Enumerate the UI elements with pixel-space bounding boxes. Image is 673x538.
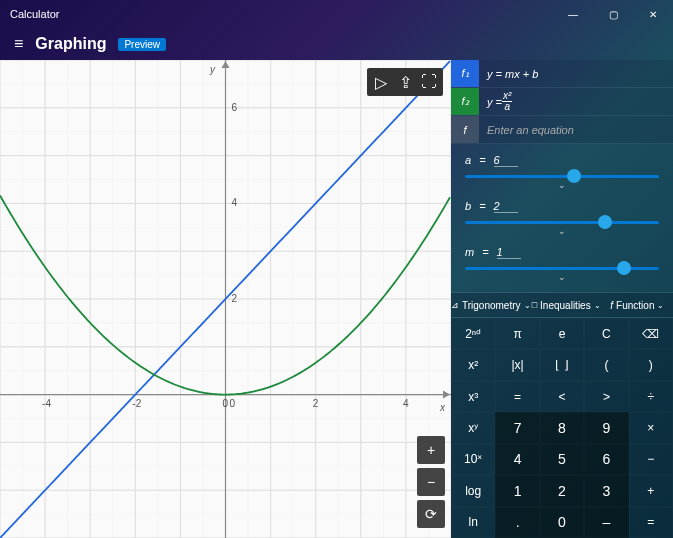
- slider-value[interactable]: 1: [497, 246, 521, 259]
- y-axis-label: y: [210, 64, 215, 75]
- equation-row[interactable]: f₁y = mx + b: [451, 60, 673, 88]
- key-8[interactable]: 8: [540, 412, 584, 443]
- key-6[interactable]: 6: [584, 444, 628, 475]
- side-panel: f₁y = mx + bf₂y = x²afEnter an equation …: [451, 60, 673, 538]
- slider-value[interactable]: 6: [494, 154, 518, 167]
- slider-label: m=1: [465, 246, 659, 259]
- preview-badge: Preview: [118, 38, 166, 51]
- key-.[interactable]: .: [495, 507, 539, 538]
- settings-tool-icon[interactable]: ⛶: [417, 72, 441, 92]
- key-⌊ ⌋[interactable]: ⌊ ⌋: [540, 349, 584, 380]
- slider-b: b=2⌄: [465, 200, 659, 236]
- slider-track[interactable]: [465, 175, 659, 178]
- equation-row[interactable]: fEnter an equation: [451, 116, 673, 144]
- slider-value[interactable]: 2: [494, 200, 518, 213]
- slider-handle[interactable]: [598, 215, 612, 229]
- slider-track[interactable]: [465, 267, 659, 270]
- svg-marker-67: [222, 61, 230, 68]
- key-9[interactable]: 9: [584, 412, 628, 443]
- slider-handle[interactable]: [567, 169, 581, 183]
- key-–[interactable]: –: [584, 507, 628, 538]
- title-bar: Calculator — ▢ ✕: [0, 0, 673, 28]
- close-button[interactable]: ✕: [633, 0, 673, 28]
- slider-handle[interactable]: [617, 261, 631, 275]
- key-e[interactable]: e: [540, 318, 584, 349]
- key-=[interactable]: =: [629, 507, 673, 538]
- graph-tools: ▷ ⇪ ⛶: [367, 68, 443, 96]
- slider-m: m=1⌄: [465, 246, 659, 282]
- x-axis-label: x: [440, 402, 445, 413]
- key-5[interactable]: 5: [540, 444, 584, 475]
- function-toolbar: ⊿Trigonometry⌄ □Inequalities⌄ fFunction⌄: [451, 292, 673, 318]
- key-([interactable]: (: [584, 349, 628, 380]
- key-2[interactable]: 2: [540, 475, 584, 506]
- mode-title: Graphing: [35, 35, 106, 53]
- chevron-down-icon[interactable]: ⌄: [465, 272, 659, 282]
- key-1[interactable]: 1: [495, 475, 539, 506]
- zoom-controls: + − ⟳: [417, 436, 445, 528]
- key-2ⁿᵈ[interactable]: 2ⁿᵈ: [451, 318, 495, 349]
- key->[interactable]: >: [584, 381, 628, 412]
- svg-text:6: 6: [232, 102, 238, 113]
- slider-label: a=6: [465, 154, 659, 167]
- keypad: 2ⁿᵈπeC⌫x²|x|⌊ ⌋()x³=<>÷xʸ789×10ˣ456−log1…: [451, 318, 673, 538]
- key-)[interactable]: ): [629, 349, 673, 380]
- trigonometry-button[interactable]: ⊿Trigonometry⌄: [451, 293, 531, 317]
- key-⌫[interactable]: ⌫: [629, 318, 673, 349]
- key-ln[interactable]: ln: [451, 507, 495, 538]
- cursor-tool-icon[interactable]: ▷: [369, 72, 393, 92]
- key-10ˣ[interactable]: 10ˣ: [451, 444, 495, 475]
- zoom-reset-button[interactable]: ⟳: [417, 500, 445, 528]
- slider-label: b=2: [465, 200, 659, 213]
- svg-text:2: 2: [232, 293, 238, 304]
- equation-body[interactable]: y = x²a: [479, 88, 673, 115]
- key-π[interactable]: π: [495, 318, 539, 349]
- slider-track[interactable]: [465, 221, 659, 224]
- key-7[interactable]: 7: [495, 412, 539, 443]
- slider-panel: a=6⌄b=2⌄m=1⌄: [451, 144, 673, 292]
- key-0[interactable]: 0: [540, 507, 584, 538]
- key-x³[interactable]: x³: [451, 381, 495, 412]
- share-tool-icon[interactable]: ⇪: [393, 72, 417, 92]
- key-xʸ[interactable]: xʸ: [451, 412, 495, 443]
- key-+[interactable]: +: [629, 475, 673, 506]
- equation-list: f₁y = mx + bf₂y = x²afEnter an equation: [451, 60, 673, 144]
- minimize-button[interactable]: —: [553, 0, 593, 28]
- key-=[interactable]: =: [495, 381, 539, 412]
- zoom-out-button[interactable]: −: [417, 468, 445, 496]
- svg-text:4: 4: [232, 197, 238, 208]
- app-header: ≡ Graphing Preview: [0, 28, 673, 60]
- inequalities-button[interactable]: □Inequalities⌄: [531, 293, 602, 317]
- key-÷[interactable]: ÷: [629, 381, 673, 412]
- maximize-button[interactable]: ▢: [593, 0, 633, 28]
- equation-body[interactable]: Enter an equation: [479, 116, 673, 143]
- chart-plot: -4-20242460: [0, 60, 451, 538]
- function-button[interactable]: fFunction⌄: [602, 293, 673, 317]
- equation-tab[interactable]: f: [451, 116, 479, 143]
- equation-row[interactable]: f₂y = x²a: [451, 88, 673, 116]
- menu-icon[interactable]: ≡: [14, 35, 23, 53]
- chevron-down-icon[interactable]: ⌄: [465, 180, 659, 190]
- svg-text:-2: -2: [132, 398, 141, 409]
- svg-text:-4: -4: [42, 398, 51, 409]
- slider-a: a=6⌄: [465, 154, 659, 190]
- svg-text:2: 2: [313, 398, 319, 409]
- key-3[interactable]: 3: [584, 475, 628, 506]
- svg-text:0: 0: [230, 398, 236, 409]
- key-c[interactable]: C: [584, 318, 628, 349]
- zoom-in-button[interactable]: +: [417, 436, 445, 464]
- graph-canvas[interactable]: -4-20242460 y x ▷ ⇪ ⛶ + − ⟳: [0, 60, 451, 538]
- chevron-down-icon[interactable]: ⌄: [465, 226, 659, 236]
- key-<[interactable]: <: [540, 381, 584, 412]
- equation-tab[interactable]: f₁: [451, 60, 479, 87]
- key-|x|[interactable]: |x|: [495, 349, 539, 380]
- key-4[interactable]: 4: [495, 444, 539, 475]
- equation-tab[interactable]: f₂: [451, 88, 479, 115]
- svg-marker-66: [443, 391, 450, 399]
- equation-body[interactable]: y = mx + b: [479, 60, 673, 87]
- key-×[interactable]: ×: [629, 412, 673, 443]
- key-log[interactable]: log: [451, 475, 495, 506]
- key-−[interactable]: −: [629, 444, 673, 475]
- key-x²[interactable]: x²: [451, 349, 495, 380]
- app-title: Calculator: [10, 8, 60, 20]
